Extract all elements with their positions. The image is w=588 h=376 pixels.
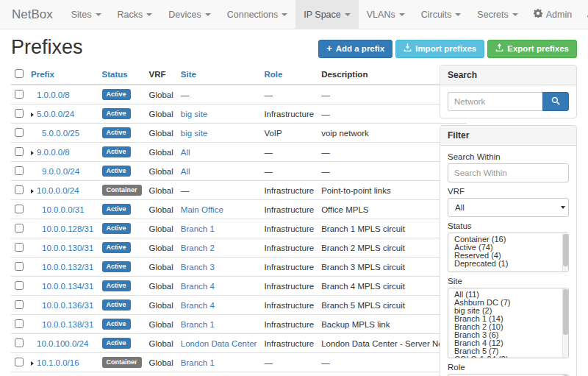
nav-item-sites[interactable]: Sites bbox=[63, 0, 110, 29]
nav-item-ip-space[interactable]: IP Space bbox=[295, 0, 359, 29]
prefix-link[interactable]: 10.1.0.0/16 bbox=[37, 358, 79, 367]
site-link[interactable]: Main Office bbox=[181, 205, 223, 214]
role-value: Infrastructure bbox=[264, 110, 314, 118]
table-row: 10.0.0.134/31ActiveGlobalBranch 4Infrast… bbox=[11, 277, 467, 296]
nav-item-connections[interactable]: Connections bbox=[219, 0, 296, 29]
empty-value: — bbox=[264, 148, 273, 157]
vrf-value: Global bbox=[149, 129, 173, 138]
chevron-down-icon bbox=[205, 13, 211, 16]
empty-value: — bbox=[321, 148, 330, 157]
site-link[interactable]: Branch 4 bbox=[181, 301, 215, 310]
nav-item-profile[interactable]: Profile bbox=[579, 0, 588, 29]
prefix-link[interactable]: 5.0.0.0/25 bbox=[42, 129, 79, 138]
scrollbar-thumb[interactable] bbox=[563, 234, 568, 266]
listbox-option[interactable]: Ashburn DC (7) bbox=[448, 299, 568, 307]
search-button[interactable] bbox=[542, 92, 569, 111]
column-header-site[interactable]: Site bbox=[181, 70, 196, 79]
chevron-down-icon bbox=[96, 13, 101, 16]
prefix-link[interactable]: 10.0.0.0/31 bbox=[42, 205, 85, 214]
row-checkbox[interactable] bbox=[15, 300, 24, 309]
site-link[interactable]: All bbox=[181, 167, 190, 176]
prefix-link[interactable]: 10.0.0.138/31 bbox=[42, 320, 93, 329]
site-listbox: All (11)Ashburn DC (7)big site (2)Branch… bbox=[448, 288, 569, 358]
role-value: Infrastructure bbox=[264, 339, 314, 348]
column-header-prefix[interactable]: Prefix bbox=[31, 70, 54, 79]
listbox-option[interactable]: Branch 2 (10) bbox=[448, 323, 568, 331]
row-checkbox[interactable] bbox=[15, 185, 24, 194]
site-link[interactable]: big site bbox=[181, 129, 207, 138]
listbox-option[interactable]: big site (2) bbox=[448, 307, 568, 315]
nav-item-label: Circuits bbox=[421, 10, 452, 20]
row-checkbox[interactable] bbox=[15, 90, 24, 99]
export-prefixes-button[interactable]: Export prefixes bbox=[487, 40, 577, 58]
add-prefix-button[interactable]: + Add a prefix bbox=[318, 40, 392, 58]
prefix-link[interactable]: 10.0.0.132/31 bbox=[42, 263, 93, 272]
site-link[interactable]: Branch 1 bbox=[181, 358, 215, 367]
site-link[interactable]: Branch 3 bbox=[181, 263, 215, 272]
listbox-option[interactable]: Container (16) bbox=[448, 235, 568, 244]
row-checkbox[interactable] bbox=[15, 338, 24, 347]
row-checkbox[interactable] bbox=[15, 147, 24, 156]
listbox-option[interactable]: Branch 5 (7) bbox=[448, 347, 568, 355]
prefix-table: Prefix Status VRF Site Role Description … bbox=[11, 65, 467, 376]
row-checkbox[interactable] bbox=[15, 319, 24, 328]
listbox-option[interactable]: Branch 1 (14) bbox=[448, 315, 568, 323]
row-checkbox[interactable] bbox=[15, 166, 24, 175]
site-link[interactable]: All bbox=[181, 148, 190, 157]
listbox-option[interactable]: Branch 4 (12) bbox=[448, 339, 568, 347]
vrf-value: Global bbox=[149, 110, 173, 118]
prefix-table-container: Prefix Status VRF Site Role Description … bbox=[11, 65, 431, 376]
nav-item-devices[interactable]: Devices bbox=[160, 0, 218, 29]
column-header-status[interactable]: Status bbox=[102, 70, 128, 79]
site-link[interactable]: London Data Center bbox=[181, 339, 257, 348]
site-link[interactable]: big site bbox=[181, 110, 207, 118]
listbox-option[interactable]: Reserved (4) bbox=[448, 252, 568, 260]
prefix-link[interactable]: 5.0.0.0/24 bbox=[37, 110, 74, 118]
site-link[interactable]: Branch 1 bbox=[181, 224, 215, 233]
listbox-option[interactable]: All (11) bbox=[448, 291, 568, 299]
vrf-value: Global bbox=[149, 282, 173, 291]
prefix-link[interactable]: 10.0.0.128/31 bbox=[42, 224, 93, 233]
listbox-option[interactable]: Branch 3 (6) bbox=[448, 331, 568, 339]
prefix-link[interactable]: 1.0.0.0/8 bbox=[37, 91, 70, 99]
prefix-link[interactable]: 10.0.0.136/31 bbox=[42, 301, 93, 310]
prefix-link[interactable]: 10.0.0.134/31 bbox=[42, 282, 93, 291]
filter-panel: Filter Search Within VRF All bbox=[440, 125, 577, 376]
user-menu: AdminProfileLog out bbox=[526, 0, 588, 29]
nav-item-admin[interactable]: Admin bbox=[526, 0, 579, 29]
listbox-option[interactable]: Active (74) bbox=[448, 244, 568, 252]
table-row: 10.0.0.130/31ActiveGlobalBranch 2Infrast… bbox=[11, 238, 467, 258]
scrollbar-thumb[interactable] bbox=[563, 289, 568, 335]
search-within-input[interactable] bbox=[448, 163, 569, 182]
listbox-option[interactable]: Deprecated (1) bbox=[448, 260, 568, 268]
row-checkbox[interactable] bbox=[15, 224, 24, 233]
row-checkbox[interactable] bbox=[15, 109, 24, 118]
row-checkbox[interactable] bbox=[15, 358, 24, 366]
nav-item-racks[interactable]: Racks bbox=[110, 0, 161, 29]
table-row: 10.0.0.136/31ActiveGlobalBranch 4Infrast… bbox=[11, 296, 467, 315]
prefix-link[interactable]: 9.0.0.0/8 bbox=[37, 148, 70, 157]
import-prefixes-button[interactable]: Import prefixes bbox=[395, 40, 484, 58]
prefix-link[interactable]: 9.0.0.0/24 bbox=[42, 167, 79, 176]
site-link[interactable]: Branch 2 bbox=[181, 244, 215, 252]
prefix-link[interactable]: 10.0.100.0/24 bbox=[37, 339, 88, 348]
row-checkbox[interactable] bbox=[15, 262, 24, 271]
nav-item-circuits[interactable]: Circuits bbox=[413, 0, 470, 29]
nav-item-vlans[interactable]: VLANs bbox=[359, 0, 413, 29]
row-checkbox[interactable] bbox=[15, 205, 24, 213]
site-link[interactable]: Branch 4 bbox=[181, 282, 215, 291]
listbox-option[interactable]: COLO-1-24 (3) bbox=[448, 355, 568, 358]
row-checkbox[interactable] bbox=[15, 128, 24, 137]
row-checkbox[interactable] bbox=[15, 243, 24, 252]
prefix-link[interactable]: 10.0.0.0/24 bbox=[37, 186, 79, 195]
nav-item-secrets[interactable]: Secrets bbox=[469, 0, 526, 29]
vrf-value: Global bbox=[149, 205, 173, 214]
site-link[interactable]: Branch 1 bbox=[181, 320, 215, 329]
prefix-link[interactable]: 10.0.0.130/31 bbox=[42, 244, 93, 252]
row-checkbox[interactable] bbox=[15, 281, 24, 290]
column-header-role[interactable]: Role bbox=[264, 70, 282, 79]
search-input[interactable] bbox=[448, 92, 542, 111]
select-all-checkbox[interactable] bbox=[15, 69, 24, 78]
brand[interactable]: NetBox bbox=[0, 0, 63, 29]
vrf-select[interactable]: All bbox=[448, 198, 569, 217]
